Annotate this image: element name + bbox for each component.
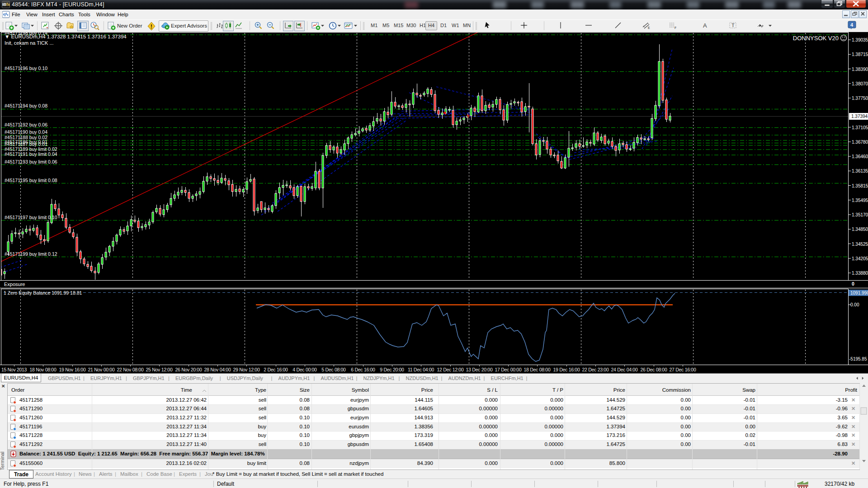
svg-text:-5195.85: -5195.85: [849, 357, 867, 361]
svg-text:1.34205: 1.34205: [852, 256, 868, 261]
svg-text:1.39035: 1.39035: [852, 38, 868, 42]
svg-text:▼ EURUSDm,H4 1.37328 1.37415: ▼ EURUSDm,H4 1.37328 1.37415 1.37316 1.3…: [5, 34, 127, 39]
svg-text:1.36780: 1.36780: [852, 140, 868, 145]
svg-text:#45171191 buy limit 0.04: #45171191 buy limit 0.04: [5, 151, 57, 157]
svg-text:1.37105: 1.37105: [852, 125, 868, 130]
svg-text:1.35170: 1.35170: [852, 212, 868, 217]
svg-text:1.33880: 1.33880: [852, 271, 868, 276]
svg-text:1.34525: 1.34525: [852, 242, 868, 247]
svg-text:1.38070: 1.38070: [852, 81, 868, 86]
svg-text:#45171192 buy 0.06: #45171192 buy 0.06: [5, 122, 47, 127]
svg-text:#45171187 buy 0.01: #45171187 buy 0.01: [5, 141, 47, 147]
svg-text:1.36135: 1.36135: [852, 169, 868, 174]
svg-text:Init, cekam na TICK ...: Init, cekam na TICK ...: [5, 40, 54, 46]
svg-text:1.36460: 1.36460: [852, 154, 868, 159]
svg-text:1.37750: 1.37750: [852, 96, 868, 101]
svg-text:1.38390: 1.38390: [852, 67, 868, 72]
svg-text:DONNYSOK V20: DONNYSOK V20: [793, 35, 839, 42]
svg-text:1.37394: 1.37394: [851, 114, 868, 119]
svg-text:#45171199 buy limit 0.12: #45171199 buy limit 0.12: [5, 251, 57, 257]
svg-text:1 Zero Equity Balance 1091.99: 1 Zero Equity Balance 1091.99 18.81: [4, 290, 82, 296]
svg-text:#45171190 buy 0.04: #45171190 buy 0.04: [5, 129, 47, 135]
svg-text:#45171197 buy limit 0.10: #45171197 buy limit 0.10: [5, 215, 57, 220]
svg-text:#45171196 buy 0.10: #45171196 buy 0.10: [5, 66, 47, 71]
svg-text:1.35495: 1.35495: [852, 198, 868, 203]
svg-text:#45171195 buy limit 0.08: #45171195 buy limit 0.08: [5, 178, 57, 183]
svg-text:#45171193 buy limit 0.06: #45171193 buy limit 0.06: [5, 159, 57, 164]
svg-text:1.34850: 1.34850: [852, 227, 868, 232]
svg-text:1.35815: 1.35815: [852, 183, 868, 188]
svg-text:0.00: 0.00: [850, 302, 859, 307]
svg-text:1091.990: 1091.990: [850, 291, 868, 296]
svg-text:1.38715: 1.38715: [852, 52, 868, 57]
svg-text:#45171194 buy 0.08: #45171194 buy 0.08: [5, 103, 47, 108]
svg-text:0: 0: [852, 281, 854, 286]
